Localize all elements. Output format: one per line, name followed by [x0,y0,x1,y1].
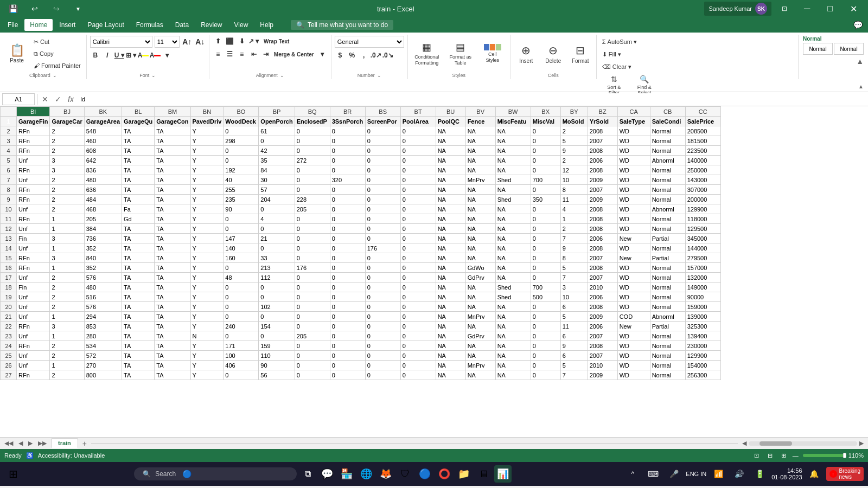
cell-bz21[interactable]: 2009 [588,312,617,322]
cell-cb6[interactable]: Normal [650,165,685,175]
cell-cc10[interactable]: 129900 [685,204,720,214]
cell-bx12[interactable]: 0 [531,224,560,234]
decrease-indent-button[interactable]: ⇤ [248,49,259,60]
cell-bs22[interactable]: 0 [365,322,400,331]
cell-br13[interactable]: 0 [330,234,365,243]
cell-cb16[interactable]: Normal [650,263,685,273]
cell-cc17[interactable]: 132000 [685,273,720,282]
cell-bk13[interactable]: 736 [84,234,122,243]
page-layout-view-button[interactable]: ⊟ [765,451,775,460]
cell-bj9[interactable]: 2 [50,195,84,204]
cell-bt8[interactable]: 0 [400,185,436,195]
cell-by25[interactable]: 6 [560,351,588,361]
font-size-select[interactable]: 11 [155,36,180,48]
cell-ca22[interactable]: New [617,322,650,331]
menu-page-layout[interactable]: Page Layout [82,19,129,31]
cell-bi16[interactable]: RFn [17,263,50,273]
sheet-scroll-right-icon[interactable]: ▶▶ [36,439,49,448]
cell-bw4[interactable]: NA [495,146,531,156]
cell-bl1[interactable]: GarageQu [122,117,155,126]
malwarebytes-icon[interactable]: 🛡 [397,465,414,483]
cell-cb12[interactable]: Normal [650,224,685,234]
cell-bt16[interactable]: 0 [400,263,436,273]
cell-cc9[interactable]: 200000 [685,195,720,204]
cell-bm21[interactable]: TA [155,312,190,322]
cell-bq2[interactable]: 0 [295,126,330,136]
cell-bu2[interactable]: NA [436,126,465,136]
cell-bp22[interactable]: 154 [259,322,295,331]
cell-bs27[interactable]: 0 [365,370,400,380]
cell-bp4[interactable]: 42 [259,146,295,156]
cell-bk12[interactable]: 384 [84,224,122,234]
cell-by26[interactable]: 5 [560,361,588,370]
cell-bo4[interactable]: 0 [224,146,259,156]
cell-cc16[interactable]: 157000 [685,263,720,273]
cell-bp12[interactable]: 0 [259,224,295,234]
cell-br4[interactable]: 0 [330,146,365,156]
cell-bn9[interactable]: Y [190,195,224,204]
cell-bi24[interactable]: RFn [17,341,50,351]
cell-bl8[interactable]: TA [122,185,155,195]
cell-bw27[interactable]: NA [495,370,531,380]
cell-by22[interactable]: 11 [560,322,588,331]
cell-bm11[interactable]: TA [155,214,190,224]
cell-bn20[interactable]: Y [190,302,224,312]
cell-bs18[interactable]: 0 [365,282,400,292]
cell-br1[interactable]: 3SsnPorch [330,117,365,126]
align-left-button[interactable]: ≡ [213,49,224,60]
cell-bz3[interactable]: 2007 [588,136,617,146]
cell-cc15[interactable]: 279500 [685,253,720,263]
cell-bw9[interactable]: Shed [495,195,531,204]
cell-bn19[interactable]: Y [190,292,224,302]
cancel-formula-button[interactable]: ✕ [40,95,50,104]
cell-cc21[interactable]: 139000 [685,312,720,322]
cell-br18[interactable]: 0 [330,282,365,292]
scroll-left-icon[interactable]: ◀ [742,440,746,447]
cell-bn18[interactable]: Y [190,282,224,292]
cell-bo22[interactable]: 240 [224,322,259,331]
cell-bw14[interactable]: NA [495,243,531,253]
cell-bw17[interactable]: NA [495,273,531,282]
cell-ca4[interactable]: WD [617,146,650,156]
cell-bo15[interactable]: 160 [224,253,259,263]
minimize-button[interactable]: ─ [797,0,816,17]
cell-bm5[interactable]: TA [155,156,190,165]
battery-icon[interactable]: 🔋 [751,465,768,483]
comment-icon[interactable]: 💬 [850,20,866,30]
cell-bx25[interactable]: 0 [531,351,560,361]
cell-bz18[interactable]: 2010 [588,282,617,292]
col-header-br[interactable]: BR [330,107,365,117]
cell-bx11[interactable]: 0 [531,214,560,224]
cell-bz26[interactable]: 2010 [588,361,617,370]
cell-bz4[interactable]: 2008 [588,146,617,156]
normal-style-2[interactable]: Normal [834,43,864,55]
cell-bm4[interactable]: TA [155,146,190,156]
cell-cc27[interactable]: 256300 [685,370,720,380]
cell-cb2[interactable]: Normal [650,126,685,136]
firefox-icon[interactable]: 🦊 [377,465,394,483]
cell-bs7[interactable]: 0 [365,175,400,185]
cell-bu12[interactable]: NA [436,224,465,234]
cell-br26[interactable]: 0 [330,361,365,370]
clipboard-dialog-icon[interactable]: ⌄ [53,73,57,78]
cell-bs10[interactable]: 0 [365,204,400,214]
cell-bw8[interactable]: NA [495,185,531,195]
col-header-bs[interactable]: BS [365,107,400,117]
cell-bt5[interactable]: 0 [400,156,436,165]
cell-bk24[interactable]: 534 [84,341,122,351]
cell-reference-input[interactable]: A1 [2,93,35,105]
cell-bn25[interactable]: Y [190,351,224,361]
cell-ca16[interactable]: WD [617,263,650,273]
cell-bi3[interactable]: RFn [17,136,50,146]
cell-bl3[interactable]: TA [122,136,155,146]
percent-button[interactable]: % [347,50,358,61]
cell-bi27[interactable]: RFn [17,370,50,380]
cell-bi14[interactable]: Unf [17,243,50,253]
cell-bk20[interactable]: 576 [84,302,122,312]
cell-bs13[interactable]: 0 [365,234,400,243]
opera-icon[interactable]: ⭕ [436,465,453,483]
cell-bv21[interactable]: MnPrv [465,312,495,322]
col-header-bm[interactable]: BM [155,107,190,117]
cell-bj20[interactable]: 2 [50,302,84,312]
cell-cc20[interactable]: 159000 [685,302,720,312]
